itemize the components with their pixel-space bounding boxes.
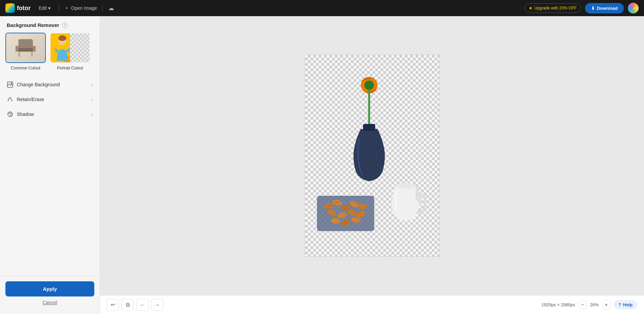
- edit-label: Edit: [39, 5, 47, 11]
- download-icon: ⬇: [591, 6, 595, 11]
- separator2: [102, 4, 103, 12]
- help-label: Help: [623, 302, 633, 307]
- back-button[interactable]: ←: [136, 299, 149, 311]
- shadow-icon: [7, 111, 13, 118]
- portrait-thumbnail: [51, 33, 90, 62]
- sidebar: Background Remover ?: [0, 16, 100, 314]
- separator: [59, 4, 59, 12]
- logo-text: fotor: [17, 5, 31, 12]
- portrait-cutout-thumb[interactable]: [50, 33, 90, 63]
- forward-button[interactable]: →: [151, 299, 163, 311]
- retain-erase-icon: [7, 96, 13, 103]
- download-button[interactable]: ⬇ Download: [585, 3, 624, 13]
- cloud-icon: ☁: [108, 4, 114, 12]
- zoom-out-button[interactable]: −: [578, 300, 587, 310]
- svg-rect-23: [363, 124, 375, 131]
- upgrade-label: Upgrade with 20% OFF: [535, 6, 577, 10]
- bottom-toolbar: ↩ ⧉ ← → 1920px × 2880px − 26% + ?: [100, 295, 644, 314]
- avatar[interactable]: [628, 3, 639, 13]
- chair-svg: [14, 38, 37, 58]
- sidebar-title: Background Remover: [7, 22, 59, 28]
- download-label: Download: [597, 6, 618, 11]
- forward-icon: →: [155, 302, 160, 308]
- cutout-row: Common Cutout: [0, 33, 100, 77]
- apply-button[interactable]: Apply: [5, 281, 94, 296]
- star-icon: ★: [529, 6, 533, 10]
- chair-thumbnail: [6, 33, 45, 62]
- toolbar-right: 1920px × 2880px − 26% + ? Help: [542, 300, 637, 310]
- shadow-option[interactable]: Shadow ›: [3, 107, 97, 122]
- svg-point-24: [395, 183, 416, 188]
- svg-rect-4: [15, 46, 19, 52]
- fotor-logo-icon: [5, 3, 15, 13]
- retain-erase-label: Retain/Erase: [17, 97, 88, 102]
- back-icon: ←: [140, 302, 145, 308]
- upgrade-button[interactable]: ★ Upgrade with 20% OFF: [524, 3, 581, 13]
- help-button[interactable]: ? Help: [614, 300, 637, 309]
- scene-wrapper: [305, 55, 439, 256]
- svg-rect-3: [31, 52, 33, 57]
- svg-point-21: [364, 81, 374, 90]
- open-image-label: Open Image: [71, 5, 97, 11]
- retain-erase-chevron-icon: ›: [91, 97, 93, 102]
- zoom-in-button[interactable]: +: [602, 300, 611, 310]
- change-background-label: Change Background: [17, 82, 88, 87]
- portrait-cutout-item[interactable]: Portrait Cutout: [50, 33, 90, 70]
- milk-jug-svg: [385, 172, 426, 226]
- undo-button[interactable]: ↩: [107, 299, 119, 311]
- layers-button[interactable]: ⧉: [122, 299, 134, 311]
- sidebar-bottom: Apply Cancel: [0, 276, 100, 314]
- main-layout: Background Remover ?: [0, 16, 644, 314]
- svg-point-8: [58, 35, 66, 41]
- portrait-cutout-label: Portrait Cutout: [57, 66, 83, 70]
- svg-rect-5: [33, 46, 36, 52]
- canvas-area: ↩ ⧉ ← → 1920px × 2880px − 26% + ?: [100, 16, 644, 314]
- topbar-right: ★ Upgrade with 20% OFF ⬇ Download: [524, 3, 639, 13]
- edit-chevron-icon: ▾: [48, 5, 51, 11]
- plus-icon: ＋: [64, 5, 69, 11]
- almonds-plate-svg: [315, 186, 376, 233]
- retain-erase-option[interactable]: Retain/Erase ›: [3, 92, 97, 107]
- svg-rect-1: [17, 48, 34, 52]
- options-list: Change Background › Retain/Erase ›: [0, 77, 100, 276]
- help-icon[interactable]: ?: [62, 23, 67, 28]
- edit-button[interactable]: Edit ▾: [36, 4, 53, 12]
- svg-rect-2: [19, 52, 20, 57]
- shadow-label: Shadow: [17, 112, 88, 117]
- common-cutout-thumb[interactable]: [5, 33, 46, 63]
- canvas-content: [100, 16, 644, 295]
- sidebar-header: Background Remover ?: [0, 16, 100, 33]
- svg-point-10: [11, 83, 12, 84]
- svg-point-12: [9, 113, 10, 114]
- cancel-button[interactable]: Cancel: [5, 296, 94, 309]
- svg-rect-6: [19, 40, 32, 48]
- common-cutout-item[interactable]: Common Cutout: [5, 33, 46, 70]
- person-svg: [54, 34, 71, 62]
- open-image-button[interactable]: ＋ Open Image: [64, 5, 97, 11]
- change-bg-chevron-icon: ›: [91, 82, 93, 87]
- toolbar-left: ↩ ⧉ ← →: [107, 299, 163, 311]
- image-canvas: [305, 55, 440, 257]
- logo-area: fotor: [5, 3, 31, 13]
- image-dimensions: 1920px × 2880px: [542, 302, 575, 307]
- topbar: fotor Edit ▾ ＋ Open Image ☁ ★ Upgrade wi…: [0, 0, 644, 16]
- undo-icon: ↩: [111, 302, 115, 308]
- shadow-chevron-icon: ›: [91, 112, 93, 117]
- common-cutout-label: Common Cutout: [11, 66, 40, 70]
- zoom-level: 26%: [590, 302, 599, 307]
- change-bg-icon: [7, 81, 13, 88]
- layers-icon: ⧉: [126, 302, 130, 308]
- help-circle-icon: ?: [618, 302, 621, 307]
- change-background-option[interactable]: Change Background ›: [3, 77, 97, 92]
